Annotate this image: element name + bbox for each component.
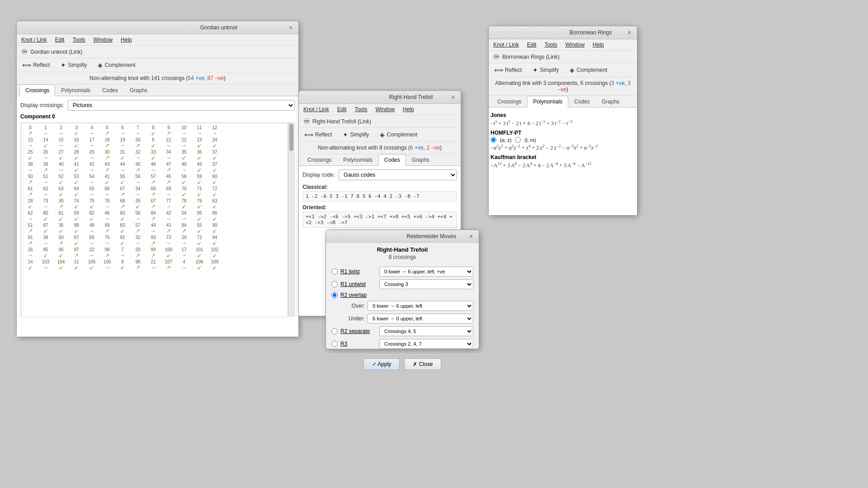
reid-r2-separate-radio[interactable] <box>331 328 338 334</box>
reid-under-select[interactable]: 6 lower → 0 upper, left <box>368 314 473 324</box>
trefoil-reflect-button[interactable]: ⟺ Reflect <box>302 130 334 139</box>
reidemeister-close-button[interactable]: × <box>467 232 475 240</box>
crossings-row-7: 62→ 80↙ 81↙ 59↙ 82↙ 46→ 83↙ 56→ 84↗ 42→ … <box>23 211 286 222</box>
crossing-83b: 83↙ <box>115 223 130 234</box>
crossing-54b: 54→ <box>177 211 191 222</box>
trefoil-tab-graphs[interactable]: Graphs <box>406 154 435 166</box>
reid-over-select[interactable]: 0 lower → 6 upper, left <box>368 301 473 311</box>
reid-r1-untwist-radio[interactable] <box>331 281 338 287</box>
crossing-27: 27↙ <box>54 150 68 161</box>
gordian-menu-window[interactable]: Window <box>91 36 114 44</box>
borromean-simplify-button[interactable]: ✦ Simplify <box>531 66 561 75</box>
trefoil-simplify-button[interactable]: ✦ Simplify <box>341 130 371 139</box>
trefoil-close-button[interactable]: × <box>449 93 457 101</box>
trefoil-tab-codes[interactable]: Codes <box>378 154 406 166</box>
gordian-tab-graphs[interactable]: Graphs <box>124 84 153 96</box>
borromean-reflect-button[interactable]: ⟺ Reflect <box>492 66 524 75</box>
crossing-56b: 56→ <box>131 211 145 222</box>
reid-r2-separate-select[interactable]: Crossings 4, 5 <box>379 326 473 336</box>
crossing-90: 90↙ <box>208 223 222 234</box>
gordian-menu-help[interactable]: Help <box>119 36 134 44</box>
crossing-21: 21→ <box>161 137 176 149</box>
gordian-close-button[interactable]: × <box>287 23 295 32</box>
crossing-43b: 43↗ <box>161 223 176 234</box>
trefoil-menu-window[interactable]: Window <box>373 105 396 113</box>
crossing-18: 18↗ <box>100 137 114 149</box>
borromean-menu-tools[interactable]: Tools <box>542 41 559 49</box>
reid-apply-button[interactable]: ✓ Apply <box>363 358 400 370</box>
reid-r1-untwist-select[interactable]: Crossing 3 <box>379 279 473 289</box>
crossing-6: 6→ <box>115 125 130 136</box>
gordian-reflect-button[interactable]: ⟺ Reflect <box>20 61 52 70</box>
reid-close-button[interactable]: ✗ Close <box>404 358 441 370</box>
borromean-menu-help[interactable]: Help <box>591 41 606 49</box>
crossing-7b: 7→ <box>115 247 130 258</box>
crossing-4b: 4→ <box>177 259 191 271</box>
reid-r3-select[interactable]: Crossings 2, 4, 7 <box>379 339 473 349</box>
gordian-scrollbar-thumb[interactable] <box>289 124 293 151</box>
gordian-complement-button[interactable]: ◈ Complement <box>96 61 137 70</box>
crossing-38: 38→ <box>23 162 38 173</box>
crossings-row-10: 26→ 95↙ 96↙ 97↗ 22→ 98↗ 7→ 20↗ 99↗ 100↙ … <box>23 247 286 258</box>
crossing-35: 35↙ <box>177 150 191 161</box>
borromean-complement-button[interactable]: ◈ Complement <box>568 66 609 75</box>
crossing-13: 13→ <box>23 137 38 149</box>
crossing-26: 26→ <box>38 150 53 161</box>
crossing-94: 94↙ <box>208 235 222 246</box>
gordian-menu-tools[interactable]: Tools <box>71 36 87 44</box>
crossing-10: 10→ <box>177 125 191 136</box>
gordian-tab-crossings[interactable]: Crossings <box>19 84 55 96</box>
trefoil-tab-crossings[interactable]: Crossings <box>302 154 337 166</box>
crossing-53: 53↙ <box>69 174 84 185</box>
trefoil-complement-button[interactable]: ◈ Complement <box>378 130 419 139</box>
gordian-component-title: Component 0 <box>20 113 295 120</box>
crossing-58: 58↙ <box>177 174 191 185</box>
gordian-display-select[interactable]: Pictures Gauss codes DT notation <box>68 100 295 111</box>
borromean-close-button[interactable]: × <box>625 28 633 37</box>
crossing-55b: 55↙ <box>192 223 207 234</box>
crossing-68: 68↗ <box>146 186 160 197</box>
trefoil-menu-knot[interactable]: Knot / Link <box>302 105 331 113</box>
crossing-2: 2→ <box>54 125 68 136</box>
trefoil-menu-help[interactable]: Help <box>401 105 416 113</box>
gordian-tab-codes[interactable]: Codes <box>96 84 124 96</box>
crossing-86: 86↙ <box>208 211 222 222</box>
crossings-row-1: 13→ 14↙ 15→ 16↙ 17→ 18↗ 19→ 20↗ 6↙ 21→ 2… <box>23 137 286 149</box>
borromean-tab-graphs[interactable]: Graphs <box>596 96 625 108</box>
gordian-tab-polynomials[interactable]: Polynomials <box>55 84 96 96</box>
trefoil-menu-edit[interactable]: Edit <box>335 105 349 113</box>
borromean-homfly-az-radio[interactable] <box>491 137 496 143</box>
borromean-menu-edit[interactable]: Edit <box>525 41 538 49</box>
reid-r3-radio[interactable] <box>331 341 338 347</box>
crossing-70: 70↙ <box>177 186 191 197</box>
borromean-jones-formula: −t3 + 3 t2 − 2 t + 4 − 2 t−1 + 3 t−2 − t… <box>491 119 635 127</box>
gordian-simplify-button[interactable]: ✦ Simplify <box>59 61 89 70</box>
trefoil-menu-tools[interactable]: Tools <box>353 105 369 113</box>
crossing-41: 41↙ <box>69 162 84 173</box>
reid-r1-twist-radio[interactable] <box>331 268 338 275</box>
borromean-tab-codes[interactable]: Codes <box>568 96 596 108</box>
gordian-menu-edit[interactable]: Edit <box>53 36 66 44</box>
crossing-93: 93↗ <box>146 235 160 246</box>
borromean-plus-crossings: 3 +ve <box>611 80 625 86</box>
crossing-40: 40→ <box>54 162 68 173</box>
crossing-99: 99↗ <box>146 247 160 258</box>
reid-r1-twist-select[interactable]: 0 lower → 6 upper, left, +ve <box>379 267 473 277</box>
trefoil-simplify-icon: ✦ <box>343 131 348 138</box>
borromean-menu-knot[interactable]: Knot / Link <box>491 41 521 49</box>
crossing-11: 11→ <box>192 125 207 136</box>
gordian-window: Gordian unknot × Knot / Link Edit Tools … <box>16 21 299 337</box>
trefoil-classical-label: Classical: <box>302 184 457 190</box>
borromean-tab-polynomials[interactable]: Polynomials <box>527 96 568 108</box>
reid-r2-overlap-radio[interactable] <box>331 292 338 298</box>
crossing-3: 3↙ <box>69 125 84 136</box>
gordian-scrollbar[interactable] <box>288 123 294 316</box>
gordian-menu-knot[interactable]: Knot / Link <box>19 36 49 44</box>
trefoil-tab-polynomials[interactable]: Polynomials <box>337 154 378 166</box>
reid-r2-overlap-label: R2 overlap <box>340 292 377 298</box>
trefoil-display-code-select[interactable]: Gauss codes DT notation Planar diagram c… <box>339 169 457 180</box>
borromean-menu-window[interactable]: Window <box>563 41 586 49</box>
borromean-tab-crossings[interactable]: Crossings <box>491 96 527 108</box>
reidemeister-window: Reidemeister Moves × Right-Hand Trefoil … <box>326 230 479 349</box>
borromean-homfly-lm-radio[interactable] <box>515 137 521 143</box>
